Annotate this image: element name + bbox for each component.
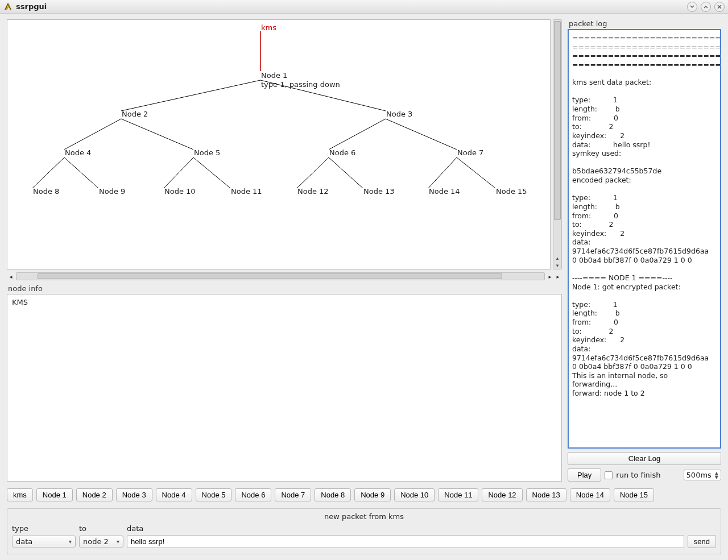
maximize-icon[interactable]: [701, 2, 711, 12]
hscroll-right2-icon[interactable]: ▸: [554, 273, 562, 280]
svg-line-6: [386, 119, 457, 150]
type-select[interactable]: data ▾: [12, 536, 76, 547]
svg-line-10: [193, 157, 230, 188]
svg-line-7: [32, 157, 64, 188]
tree-node-13[interactable]: Node 13: [363, 187, 395, 196]
tree-vscrollbar[interactable]: ▴ ▾: [553, 19, 562, 269]
type-label: type: [12, 524, 79, 533]
close-icon[interactable]: [714, 2, 725, 12]
interval-value: 500ms: [686, 471, 712, 479]
tree-node-10[interactable]: Node 10: [164, 187, 196, 196]
type-select-value: data: [16, 537, 32, 546]
node-button-7[interactable]: Node 7: [275, 488, 311, 501]
svg-line-1: [121, 80, 260, 111]
node-button-11[interactable]: Node 11: [438, 488, 478, 501]
hscroll-right-icon[interactable]: ▸: [546, 273, 554, 280]
tree-node-11[interactable]: Node 11: [231, 187, 262, 196]
window-title: ssrpgui: [16, 2, 47, 11]
app-icon: [3, 2, 13, 11]
nodeinfo-label: node info: [8, 284, 562, 293]
spinner-arrows-icon[interactable]: ▲▼: [715, 471, 718, 479]
tree-node-1[interactable]: Node 1: [261, 71, 287, 80]
packet-log[interactable]: ============================= ==========…: [568, 29, 721, 449]
chevron-down-icon: ▾: [69, 538, 72, 545]
node-button-6[interactable]: Node 6: [235, 488, 271, 501]
node-button-14[interactable]: Node 14: [570, 488, 610, 501]
hscroll-left-icon[interactable]: ◂: [7, 273, 15, 280]
to-label: to: [79, 524, 127, 533]
node-button-9[interactable]: Node 9: [354, 488, 391, 501]
svg-line-14: [457, 157, 495, 188]
data-label: data: [127, 524, 716, 533]
node-button-8[interactable]: Node 8: [315, 488, 351, 501]
svg-line-11: [297, 157, 329, 188]
tree-node-2[interactable]: Node 2: [122, 110, 148, 118]
to-select-value: node 2: [83, 537, 109, 546]
node-button-4[interactable]: Node 4: [156, 488, 192, 501]
node-button-row: kms Node 1 Node 2 Node 3 Node 4 Node 5 N…: [7, 488, 721, 501]
svg-line-12: [329, 157, 363, 188]
svg-line-5: [329, 119, 386, 150]
svg-line-4: [121, 119, 193, 150]
tree-node-4[interactable]: Node 4: [65, 148, 91, 157]
nodeinfo-content: KMS: [12, 298, 28, 306]
minimize-icon[interactable]: [687, 2, 697, 12]
titlebar: ssrpgui: [0, 0, 728, 14]
node-button-5[interactable]: Node 5: [196, 488, 232, 501]
svg-line-3: [64, 119, 121, 150]
node-button-kms[interactable]: kms: [7, 488, 33, 501]
nodeinfo-box: KMS: [7, 294, 562, 482]
clear-log-button[interactable]: Clear Log: [568, 452, 721, 465]
tree-node-1-sub: type 1, passing down: [261, 80, 340, 89]
node-button-2[interactable]: Node 2: [76, 488, 113, 501]
tree-node-kms[interactable]: kms: [261, 23, 276, 32]
tree-node-6[interactable]: Node 6: [329, 148, 355, 157]
tree-node-12[interactable]: Node 12: [297, 187, 329, 196]
node-button-10[interactable]: Node 10: [394, 488, 435, 501]
node-button-1[interactable]: Node 1: [36, 488, 73, 501]
data-input[interactable]: [127, 535, 684, 548]
send-button[interactable]: send: [688, 535, 716, 548]
packet-form-title: new packet from kms: [12, 512, 716, 521]
tree-hscrollbar[interactable]: [16, 272, 545, 280]
run-to-finish-checkbox[interactable]: [605, 471, 613, 479]
tree-node-8[interactable]: Node 8: [33, 187, 59, 196]
tree-node-9[interactable]: Node 9: [99, 187, 125, 196]
svg-line-8: [64, 157, 98, 188]
chevron-down-icon: ▾: [117, 538, 119, 545]
tree-node-15[interactable]: Node 15: [496, 187, 527, 196]
svg-line-13: [428, 157, 457, 188]
node-button-13[interactable]: Node 13: [526, 488, 566, 501]
tree-node-3[interactable]: Node 3: [386, 110, 412, 118]
node-button-15[interactable]: Node 15: [614, 488, 654, 501]
tree-canvas[interactable]: kms Node 1 type 1, passing down Node 2 N…: [7, 19, 551, 269]
tree-node-5[interactable]: Node 5: [194, 148, 220, 157]
packet-form: new packet from kms type to data data ▾ …: [7, 508, 721, 554]
to-select[interactable]: node 2 ▾: [79, 536, 123, 547]
interval-spinner[interactable]: 500ms ▲▼: [684, 470, 721, 480]
tree-node-14[interactable]: Node 14: [429, 187, 460, 196]
svg-line-9: [164, 157, 193, 188]
run-to-finish-label: run to finish: [616, 471, 660, 479]
node-button-12[interactable]: Node 12: [482, 488, 522, 501]
packetlog-label: packet log: [569, 19, 721, 28]
tree-node-7[interactable]: Node 7: [457, 148, 483, 157]
play-button[interactable]: Play: [568, 468, 601, 482]
node-button-3[interactable]: Node 3: [116, 488, 152, 501]
